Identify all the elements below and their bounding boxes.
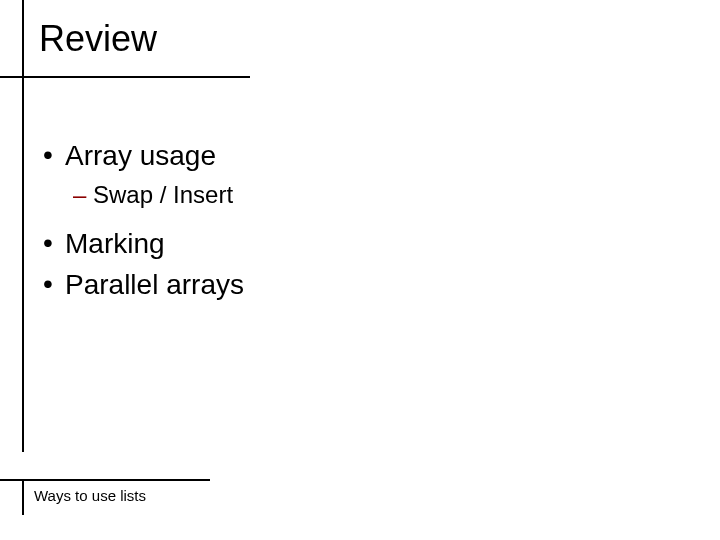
bullet-text: Swap / Insert: [93, 179, 233, 210]
title-underline: [0, 76, 250, 78]
slide: Review • Array usage – Swap / Insert • M…: [0, 0, 720, 540]
bullet-dot-icon: •: [43, 267, 65, 301]
footer-text: Ways to use lists: [0, 487, 210, 504]
bullet-dash-icon: –: [73, 179, 93, 210]
footer-rule: [0, 479, 210, 481]
bullet-level1: • Marking: [43, 226, 663, 261]
bullet-text: Parallel arrays: [65, 267, 244, 302]
bullet-text: Marking: [65, 226, 165, 261]
content-area: • Array usage – Swap / Insert • Marking …: [43, 138, 663, 308]
footer-block: Ways to use lists: [0, 479, 210, 504]
slide-title: Review: [39, 18, 157, 78]
bullet-level2: – Swap / Insert: [73, 179, 663, 210]
bullet-text: Array usage: [65, 138, 216, 173]
bullet-level1: • Array usage: [43, 138, 663, 173]
bullet-level1: • Parallel arrays: [43, 267, 663, 302]
bullet-dot-icon: •: [43, 226, 65, 260]
vertical-rule: [22, 0, 24, 452]
bullet-dot-icon: •: [43, 138, 65, 172]
footer-vertical-rule: [22, 479, 24, 515]
title-block: Review: [39, 18, 157, 78]
